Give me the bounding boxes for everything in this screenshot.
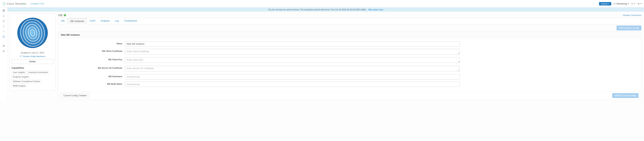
nav-connectors[interactable] bbox=[2, 35, 5, 38]
svg-rect-12 bbox=[4, 9, 5, 10]
nav-dashboard[interactable] bbox=[2, 9, 5, 12]
svg-point-19 bbox=[3, 21, 4, 22]
panel-header: New ISE instance bbox=[58, 32, 641, 38]
label-node-name: ISE Node Name bbox=[61, 82, 125, 85]
monitoring-menu[interactable]: Monitoring bbox=[613, 2, 629, 5]
nav-tools[interactable] bbox=[2, 50, 5, 53]
form-row-hostname: ISE Hostname bbox=[61, 74, 638, 79]
help-icon: ? bbox=[631, 2, 634, 5]
tabs: Info ISE Instances LDAP Endpoint Log Tro… bbox=[58, 18, 641, 24]
tab-info[interactable]: Info bbox=[58, 18, 67, 24]
svg-point-25 bbox=[17, 18, 48, 48]
status-ok-icon bbox=[64, 14, 66, 16]
alert-text: You do not have an active license. The e… bbox=[268, 8, 366, 11]
label-hostname: ISE Hostname bbox=[61, 74, 125, 78]
form-row-name: Name bbox=[61, 41, 638, 47]
nav-topology[interactable] bbox=[2, 14, 5, 17]
svg-point-10 bbox=[638, 4, 638, 4]
delete-button[interactable]: Delete bbox=[12, 59, 54, 64]
browse-connectors-label: Browse Connectors bbox=[623, 14, 641, 16]
label-client-key: ISE Client Key bbox=[61, 57, 125, 61]
brand-text: Cisco Tetrati●n bbox=[7, 2, 26, 5]
brand-post: n bbox=[25, 2, 26, 5]
body-wrap: You do not have an active license. The e… bbox=[0, 7, 644, 100]
nav-settings[interactable] bbox=[2, 30, 5, 33]
brand-area: Cisco Tetrati●n CONNECTOR bbox=[2, 2, 44, 5]
top-header: Cisco Tetrati●n CONNECTOR Default Monito… bbox=[0, 0, 644, 7]
form-row-client-cert: ISE Client Certificate bbox=[61, 49, 638, 55]
svg-point-21 bbox=[3, 36, 5, 38]
tab-troubleshoot[interactable]: Troubleshoot bbox=[121, 18, 140, 24]
label-name: Name bbox=[61, 41, 125, 45]
svg-point-9 bbox=[639, 3, 639, 4]
nav-security[interactable] bbox=[2, 25, 5, 28]
svg-point-2 bbox=[614, 3, 615, 4]
server-ca-textarea[interactable] bbox=[125, 66, 460, 71]
svg-rect-11 bbox=[3, 9, 4, 10]
page-title: ISE bbox=[58, 13, 66, 17]
appliance-row: Tetration Edge Appliance bbox=[12, 55, 54, 58]
help-menu[interactable]: ? bbox=[631, 2, 635, 5]
chevron-left-icon: ‹ bbox=[622, 14, 623, 16]
form-panel: New ISE instance Name ISE Client Certifi… bbox=[58, 31, 641, 100]
client-cert-textarea[interactable] bbox=[125, 49, 460, 54]
svg-point-16 bbox=[3, 16, 3, 17]
nav-maintenance[interactable] bbox=[2, 44, 5, 47]
panel-footer: Cancel Config Creation Verify & Save Con… bbox=[58, 91, 641, 100]
content-column: You do not have an active license. The e… bbox=[8, 7, 644, 100]
monitoring-icon bbox=[613, 2, 616, 5]
label-client-cert: ISE Client Certificate bbox=[61, 49, 125, 52]
caret-down-icon bbox=[634, 3, 635, 4]
scope-selector[interactable]: Default bbox=[599, 2, 611, 5]
form-row-node-name: ISE Node Name bbox=[61, 82, 638, 87]
tab-log[interactable]: Log bbox=[112, 18, 121, 24]
form-row-client-key: ISE Client Key bbox=[61, 57, 638, 63]
main-row: Enabled on July 27, 2019 Tetration Edge … bbox=[8, 12, 644, 100]
capability-tag: Endpoint Insights bbox=[12, 75, 30, 79]
capability-tag: Software Compliance Posture bbox=[12, 79, 42, 83]
settings-icon bbox=[637, 2, 640, 5]
detail-area: ISE ‹ Browse Connectors Info ISE Instanc… bbox=[58, 13, 641, 100]
node-name-input[interactable] bbox=[125, 82, 460, 87]
caret-down-icon bbox=[628, 3, 629, 4]
client-key-textarea[interactable] bbox=[125, 57, 460, 63]
svg-rect-13 bbox=[3, 11, 4, 12]
form-body: Name ISE Client Certificate ISE Client K… bbox=[58, 38, 641, 91]
svg-point-20 bbox=[4, 31, 4, 32]
brand-pre: Cisco Tetrati bbox=[7, 2, 23, 5]
svg-rect-14 bbox=[4, 11, 5, 12]
enabled-date: Enabled on July 27, 2019 bbox=[12, 52, 54, 54]
svg-point-15 bbox=[4, 15, 4, 15]
connector-logo bbox=[16, 16, 50, 50]
tab-ldap[interactable]: LDAP bbox=[87, 18, 98, 24]
header-right: Default Monitoring ? bbox=[599, 2, 642, 5]
link-icon bbox=[20, 55, 22, 58]
sub-toolbar: Add Instance Config bbox=[58, 24, 641, 31]
monitoring-label: Monitoring bbox=[616, 2, 627, 5]
capability-tag: User Insights bbox=[12, 70, 26, 74]
connector-label: CONNECTOR bbox=[30, 3, 44, 5]
hostname-input[interactable] bbox=[125, 74, 460, 79]
browse-connectors-link[interactable]: ‹ Browse Connectors bbox=[622, 14, 641, 16]
capability-tag: MDM Insights bbox=[12, 84, 27, 88]
form-row-server-ca: ISE Server CA Certificate bbox=[61, 66, 638, 72]
brand-dot-icon: ● bbox=[23, 2, 25, 5]
license-alert: You do not have an active license. The e… bbox=[8, 7, 644, 12]
verify-save-button[interactable]: Verify & Save Configs bbox=[612, 93, 638, 98]
tab-ise-instances[interactable]: ISE Instances bbox=[67, 18, 87, 24]
caret-down-icon bbox=[640, 3, 642, 4]
tab-endpoint[interactable]: Endpoint bbox=[98, 18, 112, 24]
name-input[interactable] bbox=[125, 41, 460, 47]
capability-tag: Inventory Enrichment bbox=[27, 70, 49, 74]
sidenav bbox=[0, 7, 8, 100]
caret-down-icon bbox=[608, 3, 610, 4]
cancel-config-button[interactable]: Cancel Config Creation bbox=[61, 93, 89, 98]
alert-action-link[interactable]: Take action now. bbox=[368, 8, 384, 11]
settings-menu[interactable] bbox=[637, 2, 642, 5]
add-instance-config-button[interactable]: Add Instance Config bbox=[616, 25, 641, 30]
detail-header: ISE ‹ Browse Connectors bbox=[58, 13, 641, 17]
svg-rect-24 bbox=[3, 46, 4, 47]
page-title-text: ISE bbox=[58, 13, 63, 17]
nav-applications[interactable] bbox=[2, 19, 5, 22]
appliance-link[interactable]: Tetration Edge Appliance bbox=[22, 55, 46, 57]
